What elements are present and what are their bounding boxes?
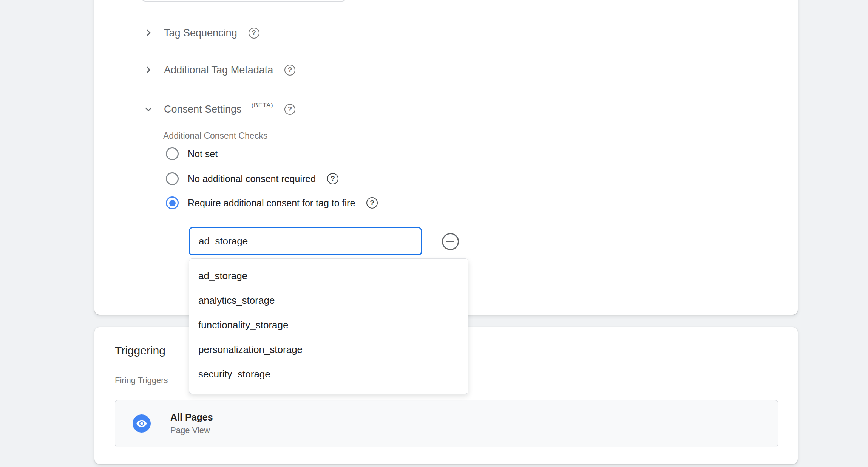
- chevron-right-icon[interactable]: [142, 26, 155, 39]
- page-view-eye-icon: [133, 414, 151, 433]
- text-field-fragment[interactable]: [141, 0, 346, 2]
- trigger-row-all-pages[interactable]: All Pages Page View: [115, 400, 778, 447]
- dropdown-item-personalization-storage[interactable]: personalization_storage: [189, 337, 468, 362]
- section-label[interactable]: Additional Tag Metadata: [164, 64, 273, 76]
- section-label[interactable]: Tag Sequencing: [164, 27, 237, 39]
- dropdown-item-analytics-storage[interactable]: analytics_storage: [189, 288, 468, 313]
- radio-label[interactable]: No additional consent required: [188, 173, 316, 184]
- dropdown-item-functionality-storage[interactable]: functionality_storage: [189, 313, 468, 337]
- help-icon[interactable]: ?: [284, 65, 295, 76]
- help-icon[interactable]: ?: [327, 173, 338, 184]
- radio-button[interactable]: [166, 196, 179, 209]
- help-icon[interactable]: ?: [284, 104, 295, 115]
- section-tag-sequencing[interactable]: Tag Sequencing ?: [142, 26, 259, 39]
- radio-option-no-additional-consent[interactable]: No additional consent required ?: [166, 172, 338, 185]
- radio-label[interactable]: Require additional consent for tag to fi…: [188, 198, 355, 209]
- beta-badge: (BETA): [252, 102, 273, 109]
- dropdown-item-security-storage[interactable]: security_storage: [189, 362, 468, 387]
- help-icon[interactable]: ?: [249, 28, 259, 39]
- section-additional-tag-metadata[interactable]: Additional Tag Metadata ?: [142, 63, 295, 76]
- trigger-text-block: All Pages Page View: [170, 412, 213, 435]
- minus-icon: [446, 241, 454, 243]
- help-icon[interactable]: ?: [366, 197, 378, 209]
- trigger-type: Page View: [170, 425, 213, 435]
- radio-button[interactable]: [166, 147, 179, 160]
- section-consent-settings[interactable]: Consent Settings (BETA) ?: [142, 103, 295, 116]
- consent-type-input[interactable]: [189, 227, 422, 255]
- consent-type-dropdown: ad_storage analytics_storage functionali…: [189, 258, 468, 394]
- radio-label[interactable]: Not set: [188, 148, 218, 159]
- dropdown-item-ad-storage[interactable]: ad_storage: [189, 264, 468, 288]
- chevron-down-icon[interactable]: [142, 103, 155, 116]
- section-label[interactable]: Consent Settings: [164, 104, 242, 115]
- chevron-right-icon[interactable]: [142, 63, 155, 76]
- additional-consent-checks-label: Additional Consent Checks: [163, 131, 267, 141]
- remove-consent-button[interactable]: [442, 233, 459, 250]
- radio-option-require-additional-consent[interactable]: Require additional consent for tag to fi…: [166, 196, 378, 209]
- radio-option-not-set[interactable]: Not set: [166, 147, 218, 160]
- radio-button[interactable]: [166, 172, 179, 185]
- trigger-name: All Pages: [170, 412, 213, 423]
